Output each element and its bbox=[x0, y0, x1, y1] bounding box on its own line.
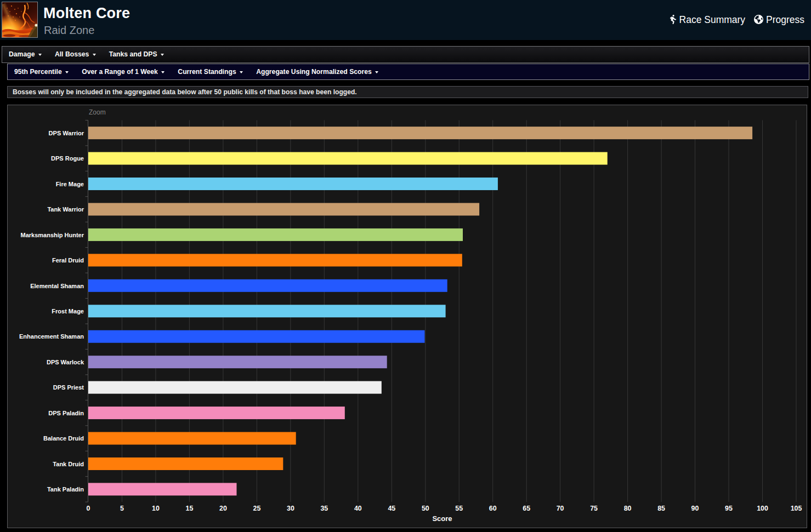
svg-text:90: 90 bbox=[691, 505, 699, 512]
svg-text:70: 70 bbox=[557, 505, 564, 512]
svg-text:30: 30 bbox=[287, 505, 294, 512]
svg-text:5: 5 bbox=[120, 505, 124, 512]
svg-text:75: 75 bbox=[590, 505, 598, 512]
svg-text:Score: Score bbox=[432, 514, 452, 523]
svg-text:40: 40 bbox=[354, 505, 362, 512]
svg-text:DPS Warlock: DPS Warlock bbox=[47, 359, 84, 365]
svg-text:DPS Rogue: DPS Rogue bbox=[51, 155, 84, 162]
svg-text:Enhancement Shaman: Enhancement Shaman bbox=[19, 333, 84, 340]
svg-text:105: 105 bbox=[791, 505, 802, 512]
svg-text:50: 50 bbox=[422, 505, 429, 512]
svg-text:85: 85 bbox=[657, 505, 665, 512]
svg-text:35: 35 bbox=[320, 505, 328, 512]
svg-text:80: 80 bbox=[624, 505, 632, 512]
svg-text:Balance Druid: Balance Druid bbox=[43, 435, 84, 442]
svg-text:20: 20 bbox=[219, 505, 227, 512]
svg-text:Tank Warrior: Tank Warrior bbox=[47, 206, 84, 213]
svg-text:DPS Paladin: DPS Paladin bbox=[48, 410, 84, 416]
svg-text:Frost Mage: Frost Mage bbox=[52, 308, 84, 314]
svg-text:Marksmanship Hunter: Marksmanship Hunter bbox=[20, 232, 84, 238]
svg-text:Zoom: Zoom bbox=[89, 108, 106, 116]
svg-text:Elemental Shaman: Elemental Shaman bbox=[30, 283, 84, 289]
svg-text:15: 15 bbox=[186, 505, 194, 512]
svg-text:65: 65 bbox=[523, 505, 530, 512]
svg-text:55: 55 bbox=[455, 505, 463, 512]
svg-text:25: 25 bbox=[253, 505, 261, 512]
svg-text:Feral Druid: Feral Druid bbox=[52, 257, 84, 264]
svg-text:60: 60 bbox=[489, 505, 497, 512]
svg-text:45: 45 bbox=[388, 505, 395, 512]
svg-text:0: 0 bbox=[87, 505, 90, 512]
svg-text:DPS Priest: DPS Priest bbox=[53, 384, 84, 391]
svg-text:100: 100 bbox=[757, 505, 768, 512]
svg-text:10: 10 bbox=[152, 505, 160, 512]
svg-text:Fire Mage: Fire Mage bbox=[56, 181, 84, 187]
svg-text:95: 95 bbox=[725, 505, 733, 512]
svg-text:Tank Paladin: Tank Paladin bbox=[47, 486, 84, 493]
svg-text:DPS Warrior: DPS Warrior bbox=[49, 130, 84, 136]
svg-text:Tank Druid: Tank Druid bbox=[53, 461, 84, 467]
